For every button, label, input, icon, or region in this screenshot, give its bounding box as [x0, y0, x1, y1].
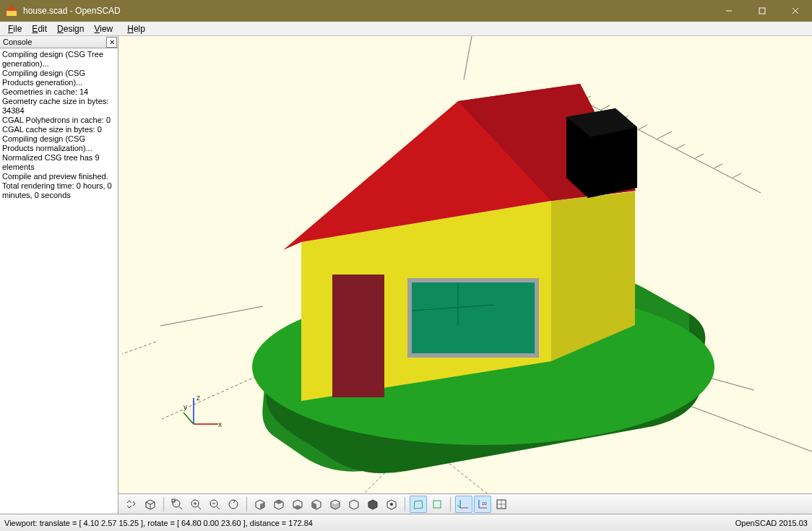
view-top-icon[interactable]	[270, 496, 288, 513]
view-center-icon[interactable]	[383, 496, 400, 513]
console-panel: Console ✕ Compiling design (CSG Tree gen…	[0, 36, 118, 514]
console-header: Console ✕	[0, 36, 118, 48]
svg-marker-37	[260, 502, 264, 509]
3d-viewport[interactable]: z x y	[118, 36, 812, 493]
menu-design[interactable]: Design	[52, 23, 89, 35]
view-left-icon[interactable]	[308, 496, 325, 513]
svg-text:y: y	[183, 403, 187, 411]
svg-line-20	[183, 413, 194, 424]
perspective-icon[interactable]	[410, 496, 427, 513]
preview-icon[interactable]	[142, 496, 159, 513]
svg-rect-0	[7, 10, 17, 16]
svg-marker-50	[414, 501, 423, 509]
zoom-out-icon[interactable]	[206, 496, 223, 513]
window-title: house.scad - OpenSCAD	[23, 6, 712, 16]
zoom-in-icon[interactable]	[187, 496, 204, 513]
console-output: Compiling design (CSG Tree generation)..…	[0, 48, 118, 202]
console-line: Compiling design (CSG Products normaliza…	[2, 134, 116, 153]
view-right-icon[interactable]	[251, 496, 269, 513]
close-button[interactable]	[779, 0, 812, 22]
svg-point-35	[229, 500, 238, 509]
menu-file[interactable]: File	[3, 23, 27, 35]
menu-edit[interactable]: Edit	[27, 23, 52, 35]
maximize-button[interactable]	[746, 0, 779, 22]
tool-expand-icon[interactable]	[123, 496, 140, 513]
svg-point-49	[390, 503, 393, 506]
reset-view-icon[interactable]	[225, 496, 242, 513]
show-axes-icon[interactable]	[455, 496, 472, 513]
view-back-icon[interactable]	[345, 496, 363, 513]
view-toolbar: 10	[118, 493, 812, 514]
svg-rect-11	[412, 282, 535, 353]
view-front-icon[interactable]	[327, 496, 344, 513]
view-bottom-icon[interactable]	[289, 496, 306, 513]
svg-rect-3	[759, 8, 765, 14]
minimize-button[interactable]	[712, 0, 746, 22]
svg-line-33	[217, 506, 220, 509]
svg-marker-47	[368, 500, 377, 509]
status-viewport-info: Viewport: translate = [ 4.10 2.57 15.25 …	[4, 519, 313, 527]
svg-rect-51	[433, 501, 441, 508]
app-icon	[6, 5, 17, 17]
workspace: Console ✕ Compiling design (CSG Tree gen…	[0, 36, 812, 514]
status-version: OpenSCAD 2015.03	[735, 519, 808, 527]
console-line: Geometry cache size in bytes: 34384	[2, 97, 116, 116]
svg-marker-46	[350, 500, 358, 509]
console-line: Normalized CSG tree has 9 elements	[2, 153, 116, 172]
svg-point-25	[173, 500, 180, 507]
menu-bar: File Edit Design View Help	[0, 22, 812, 36]
svg-marker-43	[312, 502, 316, 509]
view-all-icon[interactable]	[168, 496, 186, 513]
console-line: Compile and preview finished.	[2, 172, 116, 181]
crosshairs-icon[interactable]	[493, 496, 510, 513]
console-line: Total rendering time: 0 hours, 0 minutes…	[2, 181, 116, 200]
orthogonal-icon[interactable]	[428, 496, 446, 513]
svg-rect-9	[332, 275, 384, 397]
menu-view[interactable]: View	[89, 23, 118, 35]
svg-text:x: x	[218, 420, 222, 428]
console-line: CGAL Polyhedrons in cache: 0	[2, 116, 116, 125]
axis-gizmo: z x y	[181, 394, 224, 437]
console-line: Geometries in cache: 14	[2, 87, 116, 97]
svg-marker-39	[275, 500, 283, 504]
show-scale-icon[interactable]: 10	[474, 496, 491, 513]
console-line: Compiling design (CSG Tree generation)..…	[2, 50, 116, 69]
console-line: Compiling design (CSG Products generatio…	[2, 69, 116, 87]
svg-text:z: z	[196, 394, 200, 402]
console-close-button[interactable]: ✕	[106, 37, 117, 48]
console-title: Console	[3, 38, 32, 46]
svg-text:10: 10	[482, 501, 487, 506]
svg-line-29	[198, 506, 201, 509]
viewport-area: z x y 10	[118, 36, 812, 514]
svg-marker-41	[293, 505, 302, 509]
view-diagonal-icon[interactable]	[364, 496, 381, 513]
svg-line-26	[179, 506, 182, 509]
window-titlebar: house.scad - OpenSCAD	[0, 0, 812, 22]
console-line: CGAL cache size in bytes: 0	[2, 125, 116, 134]
svg-line-54	[457, 505, 460, 508]
status-bar: Viewport: translate = [ 4.10 2.57 15.25 …	[0, 514, 812, 531]
svg-marker-45	[331, 502, 340, 509]
menu-help[interactable]: Help	[122, 23, 150, 35]
svg-marker-1	[6, 6, 17, 11]
